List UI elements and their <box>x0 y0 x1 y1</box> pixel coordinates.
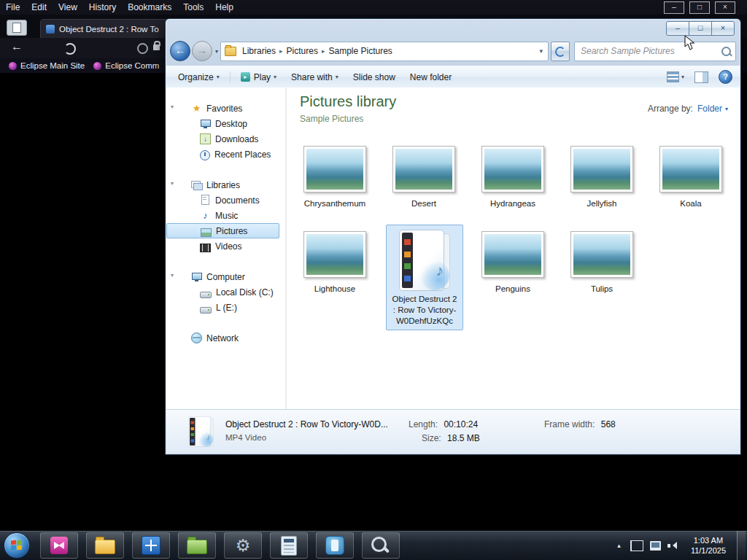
sidebar-label: Favorites <box>206 104 242 114</box>
show-desktop-button[interactable] <box>737 531 746 560</box>
expand-arrow-icon[interactable]: ▾ <box>171 272 174 279</box>
sidebar-item-downloads[interactable]: ↓ Downloads <box>166 131 285 147</box>
file-item-penguins[interactable]: Penguins <box>471 231 555 295</box>
taskbar-app-explorer[interactable] <box>86 532 124 559</box>
close-icon[interactable]: × <box>711 21 735 36</box>
sidebar-item-drive-e[interactable]: L (E:) <box>166 300 285 315</box>
sidebar-item-desktop[interactable]: Desktop <box>166 116 285 131</box>
breadcrumb-sample-pictures[interactable]: Sample Pictures <box>327 46 393 56</box>
back-button[interactable]: ← <box>170 41 190 61</box>
file-item-jellyfish[interactable]: Jellyfish <box>560 146 644 209</box>
sidebar-item-pictures[interactable]: Pictures <box>166 223 279 238</box>
search-input[interactable] <box>579 45 719 57</box>
bookmark-label: Eclipse Comm <box>105 61 159 70</box>
menu-bookmarks[interactable]: Bookmarks <box>122 1 177 14</box>
sidebar-item-music[interactable]: ♪ Music <box>166 208 285 223</box>
share-with-button[interactable]: Share with ▾ <box>291 72 338 82</box>
browser-close-icon[interactable]: × <box>715 1 735 14</box>
browser-tab[interactable]: Object Destruct 2 : Row To <box>40 19 174 39</box>
grid-app-icon <box>142 536 160 555</box>
sidebar-item-videos[interactable]: Videos <box>166 238 285 254</box>
browser-minimize-icon[interactable]: – <box>664 1 684 14</box>
magnifier-icon <box>371 537 387 552</box>
start-button[interactable] <box>4 532 30 559</box>
maximize-icon[interactable]: □ <box>689 21 712 36</box>
volume-icon[interactable] <box>667 541 678 551</box>
display-tray-icon[interactable] <box>650 541 661 551</box>
browser-refresh-icon[interactable] <box>64 43 76 55</box>
breadcrumb-libraries[interactable]: Libraries <box>241 46 277 56</box>
menu-edit[interactable]: Edit <box>26 1 53 14</box>
play-button[interactable]: ▸ Play ▾ <box>241 72 276 82</box>
menu-tools[interactable]: Tools <box>177 1 209 14</box>
preview-pane-button[interactable] <box>694 71 708 83</box>
sidebar-item-libraries[interactable]: ▾ Libraries <box>166 177 285 192</box>
menu-history[interactable]: History <box>83 1 122 14</box>
taskbar-app-settings[interactable]: ⚙ <box>224 532 262 559</box>
organize-button[interactable]: Organize ▾ <box>178 72 220 82</box>
chevron-down-icon: ▾ <box>274 74 276 80</box>
action-center-icon[interactable] <box>630 540 643 551</box>
arrange-by-value[interactable]: Folder <box>697 104 722 114</box>
file-item-koala[interactable]: Koala <box>649 146 733 209</box>
address-dropdown-icon[interactable]: ▾ <box>539 47 544 55</box>
taskbar-app-phone[interactable] <box>316 532 354 559</box>
minimize-icon[interactable]: – <box>666 21 689 36</box>
chevron-right-icon[interactable]: ▸ <box>320 47 328 55</box>
file-item-desert[interactable]: Desert <box>382 146 466 209</box>
length-value: 00:10:24 <box>444 419 478 429</box>
arrange-by-label: Arrange by: <box>648 104 693 114</box>
change-view-button[interactable]: ▾ <box>667 71 684 82</box>
file-item-video-selected[interactable]: ♪ Object Destruct 2 : Row To Victory-W0D… <box>386 225 463 330</box>
breadcrumb-pictures[interactable]: Pictures <box>285 46 320 56</box>
sidebar-item-recent-places[interactable]: Recent Places <box>166 147 285 162</box>
taskbar-clock[interactable]: 1:03 AM 11/1/2025 <box>691 535 726 556</box>
file-item-lighthouse[interactable]: Lighthouse <box>293 231 377 295</box>
taskbar-app-shared-folder[interactable] <box>178 532 216 559</box>
photo-thumbnail <box>570 231 633 278</box>
slide-show-button[interactable]: Slide show <box>353 72 395 82</box>
site-info-icon[interactable] <box>137 43 148 54</box>
photo-thumbnail <box>659 146 722 192</box>
expand-arrow-icon[interactable]: ▾ <box>171 180 174 187</box>
browser-maximize-icon[interactable]: □ <box>689 1 710 14</box>
toolbar-divider <box>230 71 231 83</box>
help-button[interactable]: ? <box>719 70 732 84</box>
menu-view[interactable]: View <box>53 1 83 14</box>
share-with-label: Share with <box>291 72 333 82</box>
sidebar-item-documents[interactable]: Documents <box>166 192 285 208</box>
menu-file[interactable]: File <box>0 1 26 14</box>
address-bar[interactable]: Libraries ▸ Pictures ▸ Sample Pictures ▾ <box>220 42 549 61</box>
file-item-tulips[interactable]: Tulips <box>560 231 644 295</box>
taskbar-app-grid[interactable] <box>132 532 170 559</box>
chevron-right-icon[interactable]: ▸ <box>277 47 285 55</box>
arrange-by-control[interactable]: Arrange by: Folder ▾ <box>648 104 728 114</box>
desktop-icon <box>200 118 211 129</box>
library-location[interactable]: Sample Pictures <box>300 114 728 124</box>
show-hidden-icons-button[interactable]: ▴ <box>614 539 624 552</box>
file-item-chrysanthemum[interactable]: Chrysanthemum <box>293 146 377 209</box>
browser-back-icon[interactable]: ← <box>11 40 23 53</box>
sidebar-item-network[interactable]: Network <box>166 330 285 346</box>
tab-list-button[interactable] <box>7 20 27 36</box>
sidebar-item-favorites[interactable]: ▾ ★ Favorites <box>166 101 285 116</box>
forward-button[interactable]: → <box>192 41 212 61</box>
taskbar-app-calculator[interactable] <box>270 532 308 559</box>
new-folder-button[interactable]: New folder <box>410 72 452 82</box>
refresh-button[interactable] <box>551 42 570 61</box>
recent-pages-icon[interactable]: ▾ <box>215 48 218 55</box>
sidebar-item-computer[interactable]: ▾ Computer <box>166 269 285 284</box>
file-item-hydrangeas[interactable]: Hydrangeas <box>471 146 555 209</box>
phone-app-icon <box>325 536 344 555</box>
bookmark-eclipse-main[interactable]: Eclipse Main Site <box>9 61 85 70</box>
sidebar-item-local-disk-c[interactable]: Local Disk (C:) <box>166 284 285 300</box>
file-name: Hydrangeas <box>471 198 555 209</box>
expand-arrow-icon[interactable]: ▾ <box>171 104 174 110</box>
menu-help[interactable]: Help <box>209 1 239 14</box>
taskbar-app-media[interactable] <box>40 532 78 559</box>
gear-icon: ⚙ <box>236 537 251 554</box>
taskbar-app-search[interactable] <box>362 532 400 559</box>
sidebar-label: Documents <box>215 195 260 206</box>
bookmark-eclipse-comm[interactable]: Eclipse Comm <box>93 61 159 70</box>
bookmarks-bar: Eclipse Main Site Eclipse Comm <box>0 58 165 73</box>
